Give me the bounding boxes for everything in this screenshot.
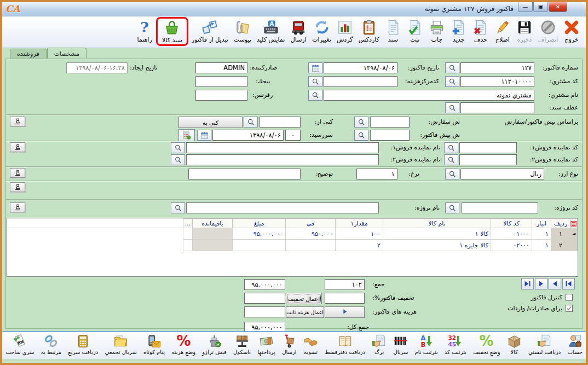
control-invoice-checkbox[interactable]: [566, 294, 573, 301]
table-row[interactable]: ◄ ۱ ۱ ۰۱۰۰۰ كالا ۱ ۱۰۰ ۹۵۰,۰۰۰ ۹۵,۰۰۰,۰۰…: [7, 228, 578, 240]
register-button[interactable]: ثبت: [404, 18, 426, 44]
tab-details[interactable]: مشخصات: [47, 48, 87, 58]
receipt-sheet-button[interactable]: برگ: [371, 333, 388, 356]
invoice-discount-field[interactable]: [325, 293, 365, 304]
first-record-button[interactable]: [562, 278, 575, 289]
pin-button[interactable]: [10, 142, 25, 152]
column-header-amount[interactable]: مبلغ: [233, 219, 286, 228]
batch-series-button[interactable]: سري ساخت: [4, 333, 35, 356]
help-button[interactable]: راهنما: [134, 18, 155, 44]
scale-slip-button[interactable]: فيش ترازو: [201, 333, 227, 356]
settlement-button[interactable]: تسويه: [302, 333, 319, 356]
document-button[interactable]: سند: [382, 18, 404, 44]
order-no-field[interactable]: [370, 117, 410, 128]
proforma-search-button[interactable]: [354, 130, 368, 141]
atf-field[interactable]: [460, 102, 534, 113]
invoice-no-search-button[interactable]: [445, 62, 459, 73]
column-header-price[interactable]: في: [286, 219, 336, 228]
related-to-button[interactable]: مرتبط به: [40, 333, 63, 356]
apply-discount-button[interactable]: اعمال تخفيف: [286, 293, 322, 304]
pin-button[interactable]: [10, 117, 25, 126]
cost-status-button[interactable]: وضع هزينه: [170, 333, 197, 356]
project-name-search-button[interactable]: [171, 202, 185, 213]
issuer-field[interactable]: [195, 62, 247, 73]
currency-search-button[interactable]: [445, 169, 459, 179]
payments-button[interactable]: پرداختها: [256, 333, 276, 356]
rep2-code-field[interactable]: [459, 154, 517, 165]
close-button[interactable]: ✕: [549, 2, 567, 12]
exit-button[interactable]: خروج: [561, 18, 583, 44]
tab-seller[interactable]: فروشنده: [10, 49, 47, 59]
print-button[interactable]: چاپ: [426, 18, 448, 44]
customer-code-field[interactable]: [460, 76, 534, 87]
copy-from-field[interactable]: [260, 117, 301, 128]
due-date-field[interactable]: [212, 130, 284, 141]
copy-to-button[interactable]: كپي به: [178, 117, 243, 128]
cancel-button[interactable]: انصراف: [535, 18, 561, 44]
column-header-remain[interactable]: باقيمانده: [193, 219, 233, 228]
serial-button[interactable]: سريال: [392, 333, 409, 356]
send-button[interactable]: ارسال: [287, 18, 309, 44]
apply-fixed-cost-button[interactable]: اعمال هزينه ثابت: [286, 306, 324, 318]
pin-button[interactable]: [10, 182, 25, 192]
project-name-field[interactable]: [186, 202, 379, 213]
order-no-search-button[interactable]: [354, 117, 368, 128]
goods-basket-button[interactable]: سبد كالا: [159, 19, 185, 44]
installment-book-button[interactable]: دريافت دفترقسط: [324, 333, 366, 356]
rep1-name-search-button[interactable]: [171, 142, 185, 153]
table-row[interactable]: ۲ ۱ ۰۲۰۰۰ كالا جايزه ۱ ۲: [7, 240, 578, 251]
sms-button[interactable]: پيام كوتاه: [142, 333, 166, 356]
kardex-button[interactable]: كاردكس: [356, 18, 382, 44]
column-header-store[interactable]: انبار: [532, 219, 551, 228]
maximize-button[interactable]: ▣: [533, 2, 548, 12]
invoice-costs-button[interactable]: [325, 306, 365, 318]
invoice-date-field[interactable]: [324, 62, 397, 73]
due-calculator-button[interactable]: [178, 129, 195, 141]
project-code-search-button[interactable]: [445, 202, 459, 213]
project-code-field[interactable]: [462, 202, 538, 213]
column-header-row[interactable]: رديف: [551, 219, 570, 228]
bijak-field[interactable]: [195, 76, 247, 87]
cost-center-search-button[interactable]: [308, 76, 322, 87]
customer-name-search-button[interactable]: [308, 90, 322, 101]
discount-status-button[interactable]: وضع تخفيف: [472, 333, 501, 356]
export-import-checkbox[interactable]: [566, 305, 573, 312]
attachment-button[interactable]: پيوست: [231, 18, 254, 44]
send-cart-button[interactable]: ارسال: [281, 333, 298, 356]
edit-button[interactable]: اصلاح: [492, 18, 514, 44]
note-field[interactable]: [188, 169, 301, 179]
new-button[interactable]: جديد: [448, 18, 470, 44]
save-button[interactable]: ذخيره: [514, 18, 535, 44]
customer-name-field[interactable]: [324, 90, 534, 101]
pin-button[interactable]: [10, 168, 25, 178]
rep2-code-search-button[interactable]: [444, 154, 458, 165]
proforma-field[interactable]: [370, 130, 410, 141]
column-header-name[interactable]: نام كالا: [383, 219, 491, 228]
invoice-no-field[interactable]: [460, 62, 534, 73]
goods-button[interactable]: كالا: [506, 333, 523, 356]
due-days-field[interactable]: [285, 130, 301, 141]
atf-search-button[interactable]: [445, 102, 459, 113]
grid-filter-button[interactable]: [570, 219, 578, 228]
delete-button[interactable]: حذف: [470, 18, 492, 44]
weighbridge-button[interactable]: باسكول: [232, 333, 252, 356]
invoice-date-calendar-button[interactable]: [308, 62, 322, 73]
column-header-code[interactable]: كد كالا: [491, 219, 532, 228]
copy-from-search-button[interactable]: [244, 117, 258, 128]
rep1-code-field[interactable]: [459, 142, 517, 153]
receive-list-button[interactable]: دريافت ليستي: [527, 333, 562, 356]
show-keys-button[interactable]: نمايش كليد: [254, 18, 287, 44]
changes-button[interactable]: تغييرات: [309, 18, 334, 44]
last-record-button[interactable]: [521, 278, 534, 289]
rep1-name-field[interactable]: [186, 142, 379, 153]
cumulative-serial-button[interactable]: سريال تجمعي: [103, 333, 137, 356]
rep1-code-search-button[interactable]: [444, 142, 458, 153]
due-date-calendar-button[interactable]: [197, 130, 211, 141]
quick-receive-button[interactable]: دريافت سريع: [67, 333, 99, 356]
sort-by-name-button[interactable]: بترتيب نام: [414, 333, 439, 356]
convert-invoice-button[interactable]: تبديل از فاكتور: [189, 18, 231, 44]
minimize-button[interactable]: —: [518, 2, 533, 12]
costs-amount-field[interactable]: [244, 306, 285, 317]
pin-button[interactable]: [10, 202, 25, 212]
customer-code-search-button[interactable]: [445, 76, 459, 87]
